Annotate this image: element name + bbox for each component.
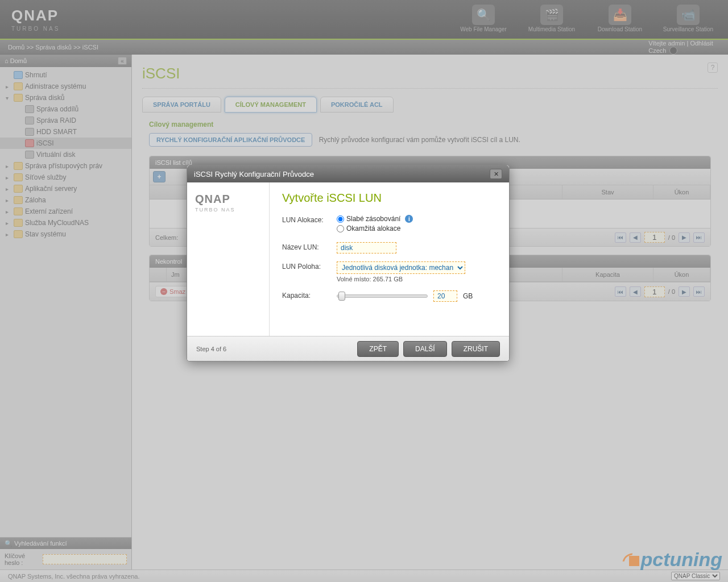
cancel-button[interactable]: ZRUŠIT [452, 341, 500, 357]
modal-logo-sub: TURBO NAS [195, 207, 261, 213]
radio-instant[interactable] [337, 225, 344, 232]
label-allocation: LUN Alokace: [282, 215, 337, 224]
modal-body: QNAP TURBO NAS Vytvořte iSCSI LUN LUN Al… [187, 182, 509, 336]
back-button[interactable]: ZPĚT [357, 341, 399, 357]
modal-header: iSCSI Rychlý Konfigurační Průvodce ✕ [187, 165, 509, 182]
label-lun-name: Název LUN: [282, 242, 337, 251]
lun-name-input[interactable] [337, 242, 396, 253]
slider-thumb[interactable] [338, 292, 345, 301]
capacity-input[interactable] [433, 290, 457, 302]
modal-logo: QNAP [195, 193, 261, 206]
label-capacity: Kapacita: [282, 290, 337, 300]
modal-footer: Step 4 of 6 ZPĚT DALŠÍ ZRUŠIT [187, 336, 509, 361]
label-lun-location: LUN Poloha: [282, 261, 337, 271]
modal-title: iSCSI Rychlý Konfigurační Průvodce [194, 170, 314, 178]
wizard-modal: iSCSI Rychlý Konfigurační Průvodce ✕ QNA… [187, 165, 510, 361]
modal-heading: Vytvořte iSCSI LUN [282, 192, 497, 205]
free-space-text: Volné místo: 265.71 GB [337, 276, 497, 282]
capacity-unit: GB [463, 292, 473, 300]
next-button[interactable]: DALŠÍ [403, 341, 447, 357]
modal-close-button[interactable]: ✕ [490, 169, 502, 179]
info-icon[interactable]: i [405, 215, 413, 223]
modal-form: Vytvořte iSCSI LUN LUN Alokace: Slabé zá… [270, 182, 509, 336]
modal-brand: QNAP TURBO NAS [187, 182, 270, 336]
radio-instant-label: Okamžitá alokace [346, 225, 400, 232]
step-indicator: Step 4 of 6 [196, 346, 226, 352]
lun-location-select[interactable]: Jednotlivá disková jednotka: mechanika 1 [337, 261, 465, 274]
radio-thin-provision[interactable] [337, 215, 344, 223]
capacity-slider[interactable] [337, 294, 428, 298]
radio-thin-label: Slabé zásobování [346, 215, 400, 223]
